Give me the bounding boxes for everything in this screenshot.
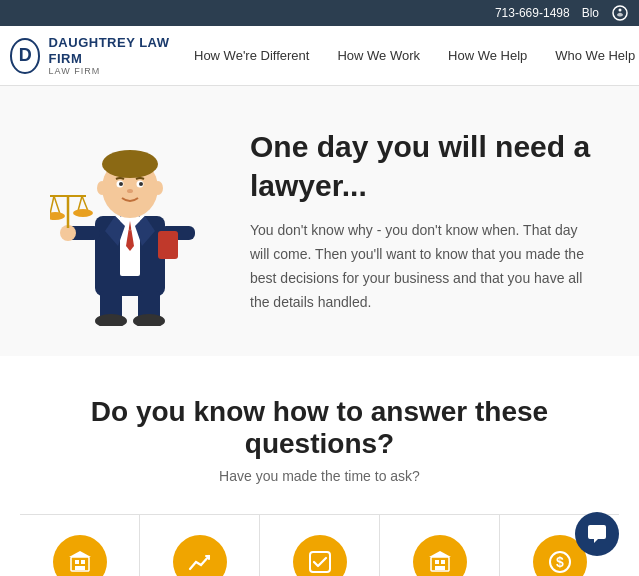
svg-point-22 (102, 150, 158, 178)
svg-rect-41 (435, 560, 439, 564)
svg-marker-44 (429, 551, 451, 557)
card-icon-deals (173, 535, 227, 576)
nav-item-who[interactable]: Who We Help (541, 26, 639, 85)
hubspot-icon (611, 4, 629, 22)
cards-row: Is my business foundation Am I making go… (20, 514, 619, 576)
svg-line-16 (54, 196, 60, 214)
card-something[interactable]: What if something (380, 515, 500, 576)
logo-text-group: Daughtrey Law Firm Law Firm (48, 35, 180, 76)
questions-heading: Do you know how to answer these question… (20, 396, 619, 460)
questions-subtitle: Have you made the time to ask? (20, 468, 619, 484)
card-icon-ideas (293, 535, 347, 576)
card-foundation[interactable]: Is my business foundation (20, 515, 140, 576)
blog-link[interactable]: Blo (582, 6, 599, 20)
svg-rect-37 (75, 566, 85, 570)
svg-point-28 (97, 181, 107, 195)
card-deals[interactable]: Am I making good deals? (140, 515, 260, 576)
hero-content: One day you will need a lawyer... You do… (250, 127, 599, 314)
svg-point-26 (139, 182, 143, 186)
svg-point-5 (95, 314, 127, 326)
card-icon-something (413, 535, 467, 576)
svg-rect-12 (158, 231, 178, 259)
logo-name: Daughtrey Law Firm (48, 35, 180, 66)
svg-point-20 (73, 209, 93, 217)
svg-rect-35 (75, 560, 79, 564)
nav-links: How We're Different How We Work How We H… (180, 26, 639, 85)
svg-point-1 (619, 9, 622, 12)
navbar: D Daughtrey Law Firm Law Firm How We're … (0, 26, 639, 86)
nav-item-help[interactable]: How We Help (434, 26, 541, 85)
nav-item-work[interactable]: How We Work (323, 26, 434, 85)
svg-point-6 (133, 314, 165, 326)
svg-line-15 (50, 196, 54, 214)
logo-tagline: Law Firm (48, 66, 180, 76)
svg-marker-38 (69, 551, 91, 557)
svg-point-19 (50, 212, 65, 220)
svg-rect-36 (81, 560, 85, 564)
card-icon-foundation (53, 535, 107, 576)
logo[interactable]: D Daughtrey Law Firm Law Firm (10, 35, 180, 76)
svg-line-18 (82, 196, 88, 211)
hero-heading: One day you will need a lawyer... (250, 127, 599, 205)
questions-section: Do you know how to answer these question… (0, 356, 639, 576)
top-bar: 713-669-1498 Blo (0, 0, 639, 26)
svg-line-17 (78, 196, 82, 211)
nav-item-different[interactable]: How We're Different (180, 26, 323, 85)
logo-icon: D (10, 38, 40, 74)
phone-link[interactable]: 713-669-1498 (495, 6, 570, 20)
hero-image (40, 116, 220, 326)
chat-bubble[interactable] (575, 512, 619, 556)
svg-rect-43 (435, 566, 445, 570)
svg-point-25 (119, 182, 123, 186)
hero-section: One day you will need a lawyer... You do… (0, 86, 639, 356)
svg-point-29 (153, 181, 163, 195)
card-ideas[interactable]: Are my ideas protected? (260, 515, 380, 576)
svg-point-27 (127, 189, 133, 193)
svg-rect-42 (441, 560, 445, 564)
hero-body: You don't know why - you don't know when… (250, 219, 599, 314)
svg-text:$: $ (556, 554, 564, 570)
